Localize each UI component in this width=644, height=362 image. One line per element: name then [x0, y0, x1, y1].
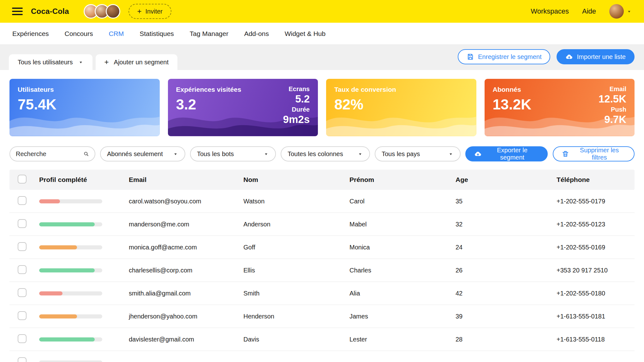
cell-tel: +1-202-555-0180 [557, 290, 635, 297]
profile-progress-fill [39, 199, 60, 203]
profile-progress-fill [39, 268, 95, 272]
nav-tab[interactable]: CRM [101, 30, 132, 38]
table-row[interactable]: monica.goff@acme.com Goff Monica 24 +1-2… [9, 236, 635, 259]
profile-progress-fill [39, 245, 77, 249]
profile-menu[interactable] [609, 4, 632, 19]
chevron-down-icon [626, 9, 632, 14]
nav-tab-label: Widget & Hub [285, 30, 326, 37]
workspaces-link[interactable]: Workspaces [531, 7, 569, 15]
cell-nom: Davis [243, 336, 349, 343]
import-list-button[interactable]: Importer une liste [557, 49, 635, 64]
help-link[interactable]: Aide [582, 7, 596, 15]
row-checkbox[interactable] [18, 311, 27, 320]
stat-card: Abonnés 13.2K Email12.5KPush9.7K [485, 79, 635, 136]
table-header: Profil complété Email Nom Prénom Age Tél… [9, 170, 635, 190]
profile-progress [39, 360, 102, 362]
cell-nom: Ellis [243, 267, 349, 274]
stat-extra-label: Email [599, 85, 626, 93]
cell-age: 26 [456, 267, 557, 274]
table-row[interactable]: smith.alia@gmail.com Smith Alia 42 +1-20… [9, 282, 635, 305]
stat-extra-value: 5.2 [283, 93, 310, 105]
invite-button[interactable]: + Inviter [128, 4, 171, 19]
row-checkbox[interactable] [18, 357, 27, 362]
filter-bar: Abonnés seulement Tous les bots Toutes l… [0, 136, 644, 170]
cell-tel: +1-202-555-0169 [557, 244, 635, 251]
filter-dropdown[interactable]: Tous les pays [375, 146, 461, 161]
cloud-upload-icon [474, 150, 482, 158]
row-checkbox[interactable] [18, 196, 27, 205]
col-email: Email [129, 176, 243, 184]
nav-tab[interactable]: Expériences [4, 30, 57, 38]
menu-icon[interactable] [12, 8, 23, 15]
select-all-checkbox[interactable] [18, 175, 27, 184]
col-telephone: Téléphone [557, 176, 635, 184]
profile-progress [39, 199, 102, 203]
add-segment-label: Ajouter un segment [114, 59, 169, 66]
topbar: Coca-Cola + Inviter Workspaces Aide [0, 0, 644, 23]
clear-filters-button[interactable]: Supprimer les filtres [553, 146, 635, 161]
chevron-down-icon [357, 151, 363, 157]
cell-age: 28 [456, 336, 557, 343]
save-segment-label: Enregistrer le segment [478, 53, 541, 61]
plus-icon: + [137, 8, 142, 15]
cell-prenom: Mabel [349, 221, 456, 228]
table-row[interactable]: davislester@gmail.com Davis Lester 28 +1… [9, 328, 635, 351]
nav-tabs: Expériences Concours CRM Statistiques Ta… [0, 23, 644, 45]
stat-extra-label: Push [599, 106, 626, 114]
profile-progress [39, 245, 102, 249]
cell-email: smith.alia@gmail.com [129, 290, 243, 297]
filter-dropdown[interactable]: Tous les bots [190, 146, 276, 161]
segment-selector[interactable]: Tous les utilisateurs [9, 54, 92, 70]
cell-prenom: Alia [349, 290, 456, 297]
col-age: Age [456, 176, 557, 184]
search-icon [83, 151, 89, 157]
cell-prenom: Monica [349, 244, 456, 251]
profile-progress [39, 222, 102, 226]
table-row[interactable]: jhenderson@yahoo.com Henderson James 39 … [9, 305, 635, 328]
nav-tab-label: Statistiques [140, 30, 174, 37]
cell-email: monica.goff@acme.com [129, 244, 243, 251]
stat-extra-value: 9.7K [599, 114, 626, 126]
profile-progress-fill [39, 222, 95, 226]
search-box[interactable] [9, 146, 95, 161]
nav-tab[interactable]: Statistiques [132, 30, 182, 38]
profile-progress [39, 291, 102, 295]
team-avatar[interactable] [106, 4, 120, 19]
add-segment-tab[interactable]: + Ajouter un segment [96, 54, 177, 70]
nav-tab-label: Expériences [12, 30, 49, 37]
row-checkbox[interactable] [18, 288, 27, 297]
stat-card-extras: Email12.5KPush9.7K [599, 85, 626, 126]
stat-card-extras: Ecrans5.2Durée9m2s [283, 85, 310, 126]
profile-avatar [609, 4, 624, 19]
row-checkbox[interactable] [18, 265, 27, 274]
row-checkbox[interactable] [18, 242, 27, 251]
filter-dropdown[interactable]: Toutes les colonnes [281, 146, 370, 161]
team-avatars [84, 4, 120, 19]
cell-email: carol.watson@soyou.com [129, 198, 243, 205]
export-segment-button[interactable]: Exporter le segment [465, 146, 548, 161]
row-checkbox[interactable] [18, 334, 27, 343]
row-checkbox[interactable] [18, 219, 27, 228]
nav-tab[interactable]: Widget & Hub [277, 30, 334, 38]
cell-age: 42 [456, 290, 557, 297]
cell-nom: Henderson [243, 313, 349, 320]
plus-icon: + [104, 58, 109, 66]
stat-card-value: 75.4K [18, 96, 152, 113]
profile-progress-fill [39, 337, 95, 342]
table-row[interactable]: charlesellis@corp.com Ellis Charles 26 +… [9, 259, 635, 282]
users-table: Profil complété Email Nom Prénom Age Tél… [9, 170, 635, 362]
table-row[interactable]: carol.watson@soyou.com Watson Carol 35 +… [9, 190, 635, 213]
search-input[interactable] [16, 150, 83, 158]
table-row[interactable]: manderson@me.com Anderson Mabel 32 +1-20… [9, 213, 635, 236]
stat-extra-value: 12.5K [599, 93, 626, 105]
cell-nom: Goff [243, 244, 349, 251]
clear-filters-label: Supprimer les filtres [573, 147, 626, 161]
nav-tab[interactable]: Concours [57, 30, 101, 38]
filter-dropdown[interactable]: Abonnés seulement [100, 146, 185, 161]
save-segment-button[interactable]: Enregistrer le segment [458, 49, 550, 64]
cell-nom: Anderson [243, 221, 349, 228]
nav-tab[interactable]: Tag Manager [182, 30, 236, 38]
crm-app: Coca-Cola + Inviter Workspaces Aide Expé… [0, 0, 644, 362]
nav-tab[interactable]: Add-ons [236, 30, 277, 38]
cloud-upload-icon [565, 53, 573, 61]
